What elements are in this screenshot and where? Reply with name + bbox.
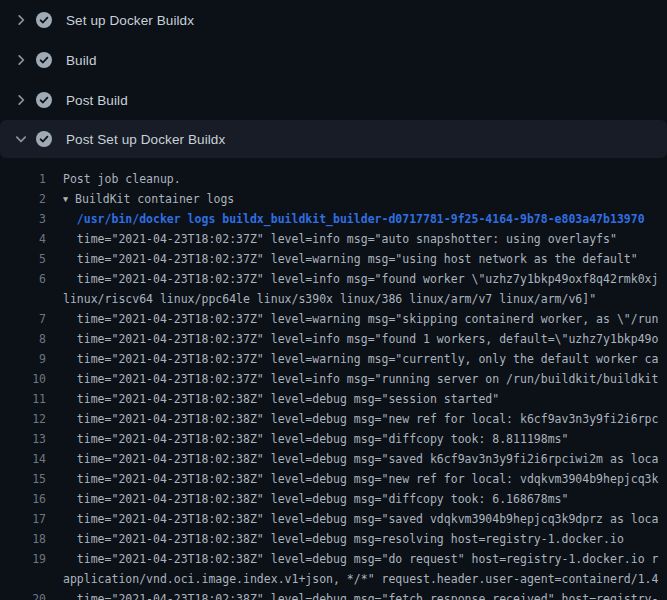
step-header-build[interactable]: Build (0, 40, 667, 80)
log-text: time="2021-04-23T18:02:38Z" level=debug … (46, 409, 658, 429)
group-caret-icon[interactable]: ▼ (63, 189, 68, 209)
log-text: time="2021-04-23T18:02:38Z" level=debug … (46, 389, 499, 409)
line-number (0, 289, 46, 309)
line-number[interactable]: 2 (0, 189, 46, 209)
log-line: 19 time="2021-04-23T18:02:38Z" level=deb… (0, 549, 667, 569)
line-number[interactable]: 15 (0, 469, 46, 489)
log-line: 14 time="2021-04-23T18:02:38Z" level=deb… (0, 449, 667, 469)
log-line: 10 time="2021-04-23T18:02:37Z" level=inf… (0, 369, 667, 389)
line-number[interactable]: 9 (0, 349, 46, 369)
log-text: time="2021-04-23T18:02:37Z" level=info m… (46, 229, 617, 249)
log-line: 17 time="2021-04-23T18:02:38Z" level=deb… (0, 509, 667, 529)
log-line: 6 time="2021-04-23T18:02:37Z" level=info… (0, 269, 667, 289)
line-number[interactable]: 14 (0, 449, 46, 469)
log-line: 20 time="2021-04-23T18:02:38Z" level=deb… (0, 589, 667, 600)
log-text: time="2021-04-23T18:02:37Z" level=info m… (46, 369, 658, 389)
chevron-right-icon[interactable] (13, 12, 29, 28)
log-text: time="2021-04-23T18:02:37Z" level=warnin… (46, 249, 638, 269)
log-text: linux/riscv64 linux/ppc64le linux/s390x … (46, 289, 596, 309)
log-text: time="2021-04-23T18:02:37Z" level=info m… (46, 329, 658, 349)
step-header-post-set-up-docker-buildx[interactable]: Post Set up Docker Buildx (0, 120, 667, 158)
step-header-set-up-docker-buildx[interactable]: Set up Docker Buildx (0, 0, 667, 40)
line-number[interactable]: 12 (0, 409, 46, 429)
line-number[interactable]: 4 (0, 229, 46, 249)
log-line: 3 /usr/bin/docker logs buildx_buildkit_b… (0, 209, 667, 229)
log-text: Post job cleanup. (46, 169, 181, 189)
log-text: time="2021-04-23T18:02:37Z" level=warnin… (46, 349, 658, 369)
log-text: time="2021-04-23T18:02:37Z" level=warnin… (46, 309, 658, 329)
log-text: application/vnd.oci.image.index.v1+json,… (46, 569, 658, 589)
log-line: 8 time="2021-04-23T18:02:37Z" level=info… (0, 329, 667, 349)
step-label: Build (66, 53, 97, 68)
chevron-down-icon[interactable] (13, 131, 29, 147)
log-line: 1Post job cleanup. (0, 169, 667, 189)
step-label: Post Set up Docker Buildx (66, 132, 225, 147)
check-circle-icon (36, 92, 52, 108)
line-number[interactable]: 11 (0, 389, 46, 409)
step-label: Set up Docker Buildx (66, 13, 194, 28)
log-line: 7 time="2021-04-23T18:02:37Z" level=warn… (0, 309, 667, 329)
log-line: 9 time="2021-04-23T18:02:37Z" level=warn… (0, 349, 667, 369)
log-text: time="2021-04-23T18:02:38Z" level=debug … (46, 489, 568, 509)
log-line: 4 time="2021-04-23T18:02:37Z" level=info… (0, 229, 667, 249)
log-text: time="2021-04-23T18:02:38Z" level=debug … (46, 469, 658, 489)
log-line: 5 time="2021-04-23T18:02:37Z" level=warn… (0, 249, 667, 269)
log-command-text: /usr/bin/docker logs buildx_buildkit_bui… (46, 209, 645, 229)
log-text: time="2021-04-23T18:02:38Z" level=debug … (46, 509, 658, 529)
log-group-header: ▼ BuildKit container logs (46, 189, 234, 209)
log-text: time="2021-04-23T18:02:38Z" level=debug … (46, 549, 658, 569)
log-line: 13 time="2021-04-23T18:02:38Z" level=deb… (0, 429, 667, 449)
line-number[interactable]: 6 (0, 269, 46, 289)
line-number[interactable]: 7 (0, 309, 46, 329)
line-number[interactable]: 8 (0, 329, 46, 349)
line-number[interactable]: 17 (0, 509, 46, 529)
log-line: 11 time="2021-04-23T18:02:38Z" level=deb… (0, 389, 667, 409)
group-label[interactable]: BuildKit container logs (68, 192, 234, 206)
log-line: 15 time="2021-04-23T18:02:38Z" level=deb… (0, 469, 667, 489)
log-text: time="2021-04-23T18:02:37Z" level=info m… (46, 269, 658, 289)
line-number[interactable]: 20 (0, 589, 46, 600)
log-line: 2▼ BuildKit container logs (0, 189, 667, 209)
log-text: time="2021-04-23T18:02:38Z" level=debug … (46, 449, 658, 469)
log-lines: 1Post job cleanup.2▼ BuildKit container … (0, 158, 667, 600)
line-number[interactable]: 5 (0, 249, 46, 269)
line-number[interactable]: 19 (0, 549, 46, 569)
log-line: 18 time="2021-04-23T18:02:38Z" level=deb… (0, 529, 667, 549)
line-number[interactable]: 13 (0, 429, 46, 449)
log-line: application/vnd.oci.image.index.v1+json,… (0, 569, 667, 589)
chevron-right-icon[interactable] (13, 92, 29, 108)
log-line: linux/riscv64 linux/ppc64le linux/s390x … (0, 289, 667, 309)
log-text: time="2021-04-23T18:02:38Z" level=debug … (46, 589, 658, 600)
check-circle-icon (36, 52, 52, 68)
step-header-post-build[interactable]: Post Build (0, 80, 667, 120)
chevron-right-icon[interactable] (13, 52, 29, 68)
line-number[interactable]: 16 (0, 489, 46, 509)
log-text: time="2021-04-23T18:02:38Z" level=debug … (46, 529, 624, 549)
log-line: 12 time="2021-04-23T18:02:38Z" level=deb… (0, 409, 667, 429)
check-circle-icon (36, 12, 52, 28)
log-text: time="2021-04-23T18:02:38Z" level=debug … (46, 429, 568, 449)
line-number[interactable]: 3 (0, 209, 46, 229)
log-line: 16 time="2021-04-23T18:02:38Z" level=deb… (0, 489, 667, 509)
step-label: Post Build (66, 93, 128, 108)
line-number[interactable]: 18 (0, 529, 46, 549)
check-circle-icon (36, 131, 52, 147)
step-list: Set up Docker Buildx Build Post Build Po… (0, 0, 667, 158)
line-number[interactable]: 10 (0, 369, 46, 389)
line-number (0, 569, 46, 589)
line-number[interactable]: 1 (0, 169, 46, 189)
